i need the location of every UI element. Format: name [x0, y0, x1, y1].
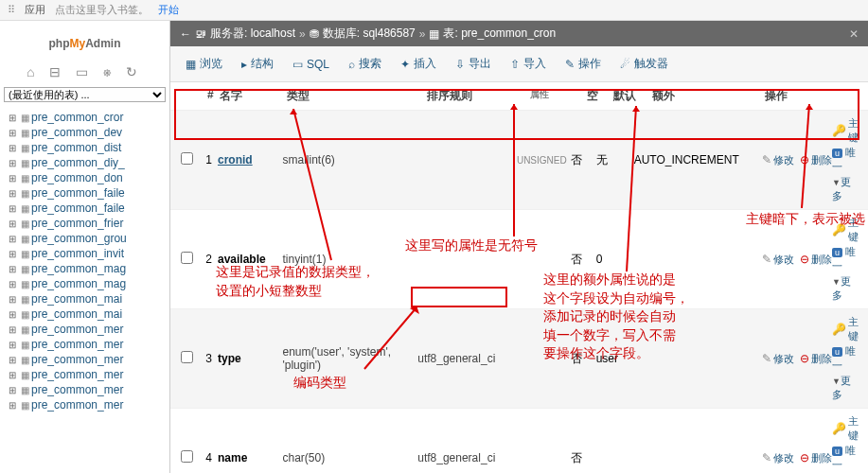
tab-icon: ▭: [292, 58, 303, 71]
expand-icon[interactable]: ⊞: [6, 219, 19, 229]
unique-button[interactable]: u 唯一: [832, 146, 859, 174]
row-number: 1: [200, 153, 218, 166]
expand-icon[interactable]: ⊞: [6, 203, 19, 214]
tree-item[interactable]: ⊞▦pre_common_cror: [0, 110, 169, 125]
chevron-down-icon: ▼: [832, 178, 841, 187]
row-checkbox[interactable]: [181, 152, 193, 165]
tree-item[interactable]: ⊞▦pre_common_dev: [0, 125, 169, 140]
primary-key-button[interactable]: 🔑主键: [832, 116, 859, 145]
row-checkbox[interactable]: [181, 450, 193, 463]
browser-bar: ⠿ 应用 点击这里导入书签。 开始: [0, 0, 868, 21]
expand-icon[interactable]: ⊞: [6, 143, 19, 153]
expand-icon[interactable]: ⊞: [6, 279, 19, 289]
tree-item[interactable]: ⊞▦pre_common_mag: [0, 276, 169, 291]
expand-icon[interactable]: ⊞: [6, 309, 19, 320]
tree-item[interactable]: ⊞▦pre_common_frier: [0, 216, 169, 231]
expand-icon[interactable]: ⊞: [6, 370, 19, 380]
column-type: char(50): [282, 451, 417, 464]
expand-icon[interactable]: ⊞: [6, 234, 19, 244]
unique-button[interactable]: u 唯一: [832, 444, 859, 472]
primary-key-button[interactable]: 🔑主键: [832, 315, 859, 343]
tab-搜索[interactable]: ⌕搜索: [341, 52, 389, 76]
start-link[interactable]: 开始: [158, 3, 179, 17]
tree-item[interactable]: ⊞▦pre_common_mer: [0, 382, 169, 397]
tab-icon: ⇧: [510, 58, 520, 71]
column-default: user: [596, 352, 634, 365]
table-icon: ▦: [21, 188, 29, 199]
column-null: 否: [571, 351, 596, 367]
tree-item[interactable]: ⊞▦pre_common_mag: [0, 261, 169, 276]
unique-icon: u: [832, 248, 842, 257]
tree-item[interactable]: ⊞▦pre_common_invit: [0, 246, 169, 261]
tab-结构[interactable]: ▸结构: [234, 52, 281, 76]
drop-button[interactable]: ⊖删除: [800, 253, 832, 267]
expand-icon[interactable]: ⊞: [6, 173, 19, 184]
drop-button[interactable]: ⊖删除: [800, 153, 832, 167]
primary-key-button[interactable]: 🔑主键: [832, 414, 859, 443]
tree-item[interactable]: ⊞▦pre_common_faile: [0, 201, 169, 216]
crumb-table[interactable]: 表: pre_common_cron: [443, 26, 556, 42]
tab-导入[interactable]: ⇧导入: [503, 52, 554, 76]
toggle-sidebar-icon[interactable]: ←: [180, 27, 191, 41]
drop-button[interactable]: ⊖删除: [800, 352, 832, 366]
drop-button[interactable]: ⊖删除: [800, 451, 832, 465]
tab-触发器[interactable]: ☄触发器: [612, 52, 676, 76]
expand-icon[interactable]: ⊞: [6, 400, 19, 411]
apps-menu-icon[interactable]: ⠿: [8, 4, 15, 16]
tree-item[interactable]: ⊞▦pre_common_dist: [0, 140, 169, 155]
edit-button[interactable]: ✎修改: [762, 451, 794, 465]
expand-icon[interactable]: ⊞: [6, 158, 19, 168]
tab-SQL[interactable]: ▭SQL: [285, 54, 337, 75]
edit-button[interactable]: ✎修改: [762, 153, 794, 167]
expand-icon[interactable]: ⊞: [6, 385, 19, 395]
tree-item[interactable]: ⊞▦pre_common_mer: [0, 352, 169, 367]
unique-button[interactable]: u 唯一: [832, 344, 859, 373]
tree-item[interactable]: ⊞▦pre_common_diy_: [0, 155, 169, 170]
tree-item[interactable]: ⊞▦pre_common_mer: [0, 397, 169, 412]
unique-button[interactable]: u 唯一: [832, 245, 859, 273]
tab-操作[interactable]: ✎操作: [558, 52, 609, 76]
tree-item[interactable]: ⊞▦pre_common_mai: [0, 291, 169, 307]
apps-label[interactable]: 应用: [25, 3, 45, 17]
expand-icon[interactable]: ⊞: [6, 264, 19, 274]
expand-icon[interactable]: ⊞: [6, 294, 19, 305]
expand-icon[interactable]: ⊞: [6, 324, 19, 335]
expand-icon[interactable]: ⊞: [6, 340, 19, 350]
expand-icon[interactable]: ⊞: [6, 113, 19, 123]
tab-导出[interactable]: ⇩导出: [448, 52, 499, 76]
sidebar: phpMyAdmin ⌂ ⊟ ▭ ⎈ ↻ (最近使用的表) ... ⊞▦pre_…: [0, 21, 170, 473]
table-icon: ▦: [21, 158, 29, 168]
pencil-icon: ✎: [762, 253, 771, 266]
tree-item[interactable]: ⊞▦pre_common_grou: [0, 231, 169, 246]
crumb-db[interactable]: 数据库: sql486587: [323, 26, 416, 42]
tab-icon: ⌕: [348, 58, 355, 71]
recent-tables-select[interactable]: (最近使用的表) ...: [4, 87, 166, 102]
tree-item[interactable]: ⊞▦pre_common_mer: [0, 337, 169, 352]
more-button[interactable]: ▼更多: [832, 175, 859, 203]
tab-浏览[interactable]: ▦浏览: [178, 52, 230, 76]
logo[interactable]: phpMyAdmin: [0, 21, 169, 61]
tree-item[interactable]: ⊞▦pre_common_don: [0, 170, 169, 185]
expand-icon[interactable]: ⊞: [6, 128, 19, 138]
col-num: #: [201, 88, 220, 104]
column-name-link[interactable]: cronid: [218, 153, 253, 166]
expand-icon[interactable]: ⊞: [6, 355, 19, 365]
tree-item[interactable]: ⊞▦pre_common_mer: [0, 322, 169, 337]
row-checkbox[interactable]: [181, 252, 193, 264]
crumb-server[interactable]: 服务器: localhost: [210, 26, 295, 42]
primary-key-button[interactable]: 🔑主键: [832, 216, 859, 244]
sidebar-quick-icons[interactable]: ⌂ ⊟ ▭ ⎈ ↻: [0, 61, 169, 83]
expand-icon[interactable]: ⊞: [6, 249, 19, 259]
edit-button[interactable]: ✎修改: [762, 352, 794, 366]
tree-item[interactable]: ⊞▦pre_common_mer: [0, 367, 169, 382]
table-icon: ▦: [21, 400, 29, 411]
edit-button[interactable]: ✎修改: [762, 253, 794, 267]
expand-icon[interactable]: ⊞: [6, 188, 19, 199]
tree-item[interactable]: ⊞▦pre_common_mai: [0, 307, 169, 322]
close-icon[interactable]: ✕: [849, 27, 859, 41]
tree-item[interactable]: ⊞▦pre_common_faile: [0, 185, 169, 201]
row-checkbox[interactable]: [181, 351, 193, 363]
tab-插入[interactable]: ✦插入: [393, 52, 444, 76]
more-button[interactable]: ▼更多: [832, 274, 859, 303]
more-button[interactable]: ▼更多: [832, 374, 859, 402]
